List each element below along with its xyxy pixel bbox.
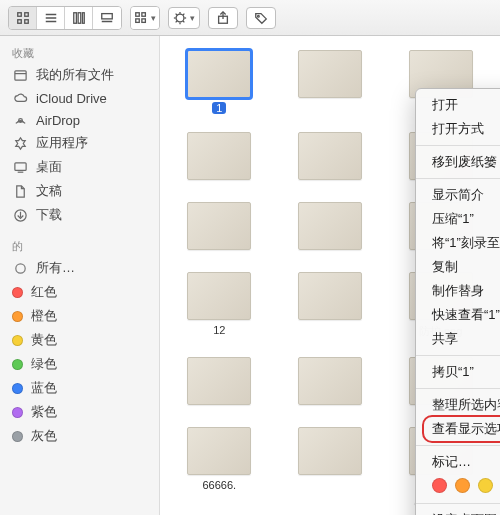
file-label: 66666. — [203, 479, 237, 491]
view-icon-button[interactable] — [9, 7, 37, 29]
file-thumbnail — [187, 202, 251, 250]
file-item[interactable]: 66666. — [168, 427, 271, 494]
share-button[interactable] — [208, 7, 238, 29]
tag-dot-icon — [12, 407, 23, 418]
file-item[interactable] — [168, 357, 271, 409]
all-files-icon — [12, 67, 28, 83]
menu-separator — [416, 145, 500, 146]
file-item[interactable]: 12 — [168, 272, 271, 339]
airdrop-icon — [12, 112, 28, 128]
toolbar — [0, 0, 500, 36]
tag-dot-icon — [12, 287, 23, 298]
file-item[interactable] — [279, 202, 382, 254]
file-item[interactable] — [168, 202, 271, 254]
menu-share[interactable]: 共享 — [416, 327, 500, 351]
menu-trash[interactable]: 移到废纸篓 — [416, 150, 500, 174]
sidebar-section-favorites: 收藏 — [0, 42, 159, 63]
file-item[interactable] — [168, 132, 271, 184]
svg-rect-10 — [102, 13, 113, 18]
main: 收藏 我的所有文件iCloud DriveAirDrop应用程序桌面文稿下载 的… — [0, 36, 500, 515]
file-thumbnail — [298, 202, 362, 250]
svg-rect-3 — [24, 19, 28, 23]
tag-color-swatch[interactable] — [432, 478, 447, 493]
sidebar-item-label: iCloud Drive — [36, 91, 107, 106]
svg-line-22 — [183, 21, 184, 22]
menu-cleanup[interactable]: 整理所选内容 — [416, 393, 500, 417]
menu-separator — [416, 388, 500, 389]
sidebar-item-label: AirDrop — [36, 113, 80, 128]
sidebar-item[interactable]: 文稿 — [0, 179, 159, 203]
menu-set-desktop[interactable]: 设定桌面图片 — [416, 508, 500, 515]
menu-separator — [416, 355, 500, 356]
menu-get-info[interactable]: 显示简介 — [416, 183, 500, 207]
sidebar-item[interactable]: 桌面 — [0, 155, 159, 179]
menu-separator — [416, 445, 500, 446]
menu-open[interactable]: 打开 — [416, 93, 500, 117]
sidebar-item[interactable]: 应用程序 — [0, 131, 159, 155]
view-list-button[interactable] — [37, 7, 65, 29]
view-column-button[interactable] — [65, 7, 93, 29]
content: 1312防护.png66666.构 打开 打开方式 移到废纸篓 显示简介 压缩“… — [160, 36, 500, 515]
tag-color-swatch[interactable] — [455, 478, 470, 493]
sidebar-item-label: 应用程序 — [36, 134, 88, 152]
tag-dot-icon — [12, 311, 23, 322]
menu-view-options[interactable]: 查看显示选项 — [416, 417, 500, 441]
file-item[interactable]: 1 — [168, 50, 271, 114]
menu-tags-label: 标记… — [416, 450, 500, 474]
file-label: 12 — [213, 324, 225, 336]
tag-dot-icon — [12, 431, 23, 442]
menu-quicklook[interactable]: 快速查看“1” — [416, 303, 500, 327]
menu-compress[interactable]: 压缩“1” — [416, 207, 500, 231]
svg-rect-2 — [17, 19, 21, 23]
sidebar-tag-item[interactable]: 黄色 — [0, 328, 159, 352]
file-item[interactable] — [279, 132, 382, 184]
sidebar-item-label: 灰色 — [31, 427, 57, 445]
svg-line-23 — [176, 21, 177, 22]
sidebar-item[interactable]: 我的所有文件 — [0, 63, 159, 87]
sidebar-item[interactable]: iCloud Drive — [0, 87, 159, 109]
sidebar-item-label: 所有… — [36, 259, 75, 277]
icloud-icon — [12, 90, 28, 106]
svg-rect-1 — [24, 12, 28, 16]
sidebar-item-label: 我的所有文件 — [36, 66, 114, 84]
file-thumbnail — [187, 427, 251, 475]
file-item[interactable] — [279, 272, 382, 339]
tag-dot-icon — [12, 335, 23, 346]
sidebar-item[interactable]: 下载 — [0, 203, 159, 227]
sidebar-tag-item[interactable]: 灰色 — [0, 424, 159, 448]
file-item[interactable] — [279, 50, 382, 114]
tag-button[interactable] — [246, 7, 276, 29]
sidebar-tag-item[interactable]: 绿色 — [0, 352, 159, 376]
file-item[interactable] — [279, 357, 382, 409]
file-thumbnail — [298, 357, 362, 405]
menu-duplicate[interactable]: 复制 — [416, 255, 500, 279]
file-thumbnail — [298, 50, 362, 98]
action-menu-button[interactable] — [168, 7, 200, 29]
file-thumbnail — [187, 357, 251, 405]
file-thumbnail — [187, 50, 251, 98]
sidebar-item-label: 橙色 — [31, 307, 57, 325]
menu-alias[interactable]: 制作替身 — [416, 279, 500, 303]
arrange-button[interactable] — [131, 7, 159, 29]
svg-rect-9 — [82, 12, 84, 23]
sidebar-item[interactable]: AirDrop — [0, 109, 159, 131]
tag-color-swatch[interactable] — [478, 478, 493, 493]
svg-rect-14 — [136, 18, 140, 22]
file-thumbnail — [187, 132, 251, 180]
desktop-icon — [12, 159, 28, 175]
sidebar-tag-item[interactable]: 紫色 — [0, 400, 159, 424]
svg-rect-0 — [17, 12, 21, 16]
sidebar-all-tags[interactable]: 所有… — [0, 256, 159, 280]
sidebar-tag-item[interactable]: 蓝色 — [0, 376, 159, 400]
menu-burn[interactable]: 将“1”刻录至光盘… — [416, 231, 500, 255]
menu-tag-colors — [416, 474, 500, 499]
view-coverflow-button[interactable] — [93, 7, 121, 29]
svg-rect-31 — [14, 162, 25, 170]
svg-rect-13 — [142, 12, 146, 16]
sidebar-tag-item[interactable]: 红色 — [0, 280, 159, 304]
sidebar-tag-item[interactable]: 橙色 — [0, 304, 159, 328]
file-thumbnail — [298, 272, 362, 320]
file-item[interactable] — [279, 427, 382, 494]
menu-copy[interactable]: 拷贝“1” — [416, 360, 500, 384]
menu-open-with[interactable]: 打开方式 — [416, 117, 500, 141]
